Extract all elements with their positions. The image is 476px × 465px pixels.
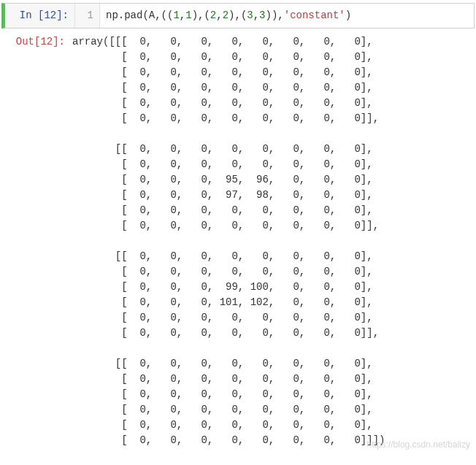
num-literal: 2 <box>210 9 216 21</box>
code-part: np.pad(A,(( <box>106 9 173 21</box>
code-part: )), <box>266 9 284 21</box>
line-number: 1 <box>88 9 93 21</box>
watermark: https://blog.csdn.net/balizy <box>367 438 470 451</box>
input-cell: In [12]: 1 np.pad(A,((1,1),(2,2),(3,3)),… <box>1 3 475 28</box>
input-prompt: In [12]: <box>5 4 74 28</box>
comma: , <box>180 9 185 21</box>
line-gutter: 1 <box>75 4 100 28</box>
input-row: In [12]: 1 np.pad(A,((1,1),(2,2),(3,3)),… <box>5 4 474 28</box>
output-prompt: Out[12]: <box>1 34 71 50</box>
output-row: Out[12]: array([[[ 0, 0, 0, 0, 0, 0, 0, … <box>1 34 475 448</box>
code-part: ),( <box>192 9 210 21</box>
out-count: 12 <box>40 36 53 47</box>
comma: , <box>253 9 259 21</box>
out-label: Out <box>16 36 34 47</box>
comma: , <box>216 9 222 21</box>
code-line[interactable]: np.pad(A,((1,1),(2,2),(3,3)),'constant') <box>100 4 357 28</box>
output-body: array([[[ 0, 0, 0, 0, 0, 0, 0, 0], [ 0, … <box>71 34 475 448</box>
in-label: In <box>20 9 38 21</box>
num-literal: 3 <box>247 9 253 21</box>
in-count: 12 <box>44 9 56 21</box>
num-literal: 2 <box>223 9 229 21</box>
num-literal: 1 <box>185 9 191 21</box>
code-area[interactable]: 1 np.pad(A,((1,1),(2,2),(3,3)),'constant… <box>74 4 474 28</box>
string-literal: 'constant' <box>284 9 345 21</box>
code-part: ),( <box>229 9 247 21</box>
num-literal: 1 <box>173 9 179 21</box>
code-part: ) <box>345 9 351 21</box>
num-literal: 3 <box>259 9 265 21</box>
